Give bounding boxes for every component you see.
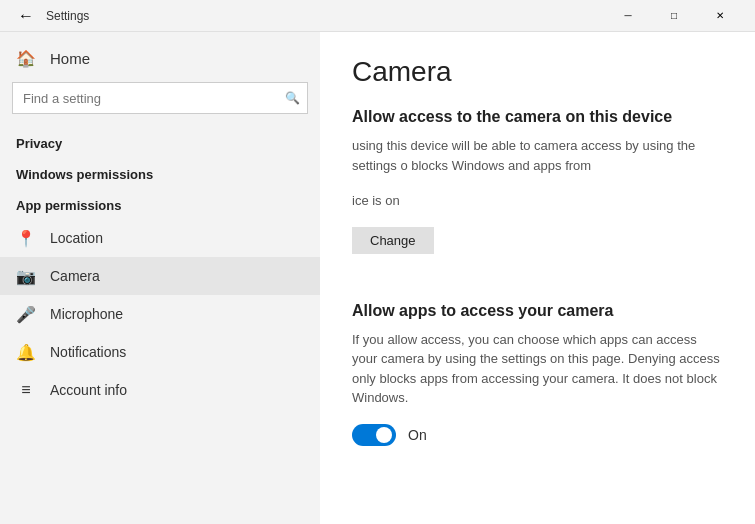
- home-icon: 🏠: [16, 48, 36, 68]
- section2-text: If you allow access, you can choose whic…: [352, 330, 723, 408]
- camera-label: Camera: [50, 268, 100, 284]
- app-permissions-label: App permissions: [0, 188, 320, 219]
- change-button[interactable]: Change: [352, 227, 434, 254]
- apps-toggle-thumb: [376, 427, 392, 443]
- camera-icon: 📷: [16, 266, 36, 286]
- section2: Allow apps to access your camera If you …: [352, 302, 723, 446]
- maximize-button[interactable]: □: [651, 0, 697, 32]
- account-info-icon: ≡: [16, 380, 36, 400]
- section1: Allow access to the camera on this devic…: [352, 108, 723, 282]
- sidebar: 🏠 Home 🔍 Privacy Windows permissions App…: [0, 32, 320, 524]
- location-label: Location: [50, 230, 103, 246]
- content-area: Camera for this device On Camera Allow a…: [320, 32, 755, 524]
- window-controls: ─ □ ✕: [605, 0, 743, 32]
- search-input[interactable]: [12, 82, 308, 114]
- search-container: 🔍: [12, 82, 308, 114]
- apps-toggle-track[interactable]: [352, 424, 396, 446]
- close-button[interactable]: ✕: [697, 0, 743, 32]
- notifications-icon: 🔔: [16, 342, 36, 362]
- account-info-label: Account info: [50, 382, 127, 398]
- microphone-icon: 🎤: [16, 304, 36, 324]
- section1-title: Allow access to the camera on this devic…: [352, 108, 723, 126]
- minimize-button[interactable]: ─: [605, 0, 651, 32]
- sidebar-item-camera[interactable]: 📷 Camera: [0, 257, 320, 295]
- page-title: Camera: [352, 56, 723, 88]
- apps-toggle-label: On: [408, 427, 427, 443]
- section1-text: using this device will be able to camera…: [352, 136, 723, 175]
- back-icon: ←: [18, 7, 34, 25]
- apps-toggle-row: On: [352, 424, 723, 446]
- sidebar-item-microphone[interactable]: 🎤 Microphone: [0, 295, 320, 333]
- notifications-label: Notifications: [50, 344, 126, 360]
- sidebar-item-account-info[interactable]: ≡ Account info: [0, 371, 320, 409]
- microphone-label: Microphone: [50, 306, 123, 322]
- sidebar-item-notifications[interactable]: 🔔 Notifications: [0, 333, 320, 371]
- sidebar-item-location[interactable]: 📍 Location: [0, 219, 320, 257]
- main-layout: 🏠 Home 🔍 Privacy Windows permissions App…: [0, 32, 755, 524]
- sidebar-item-home[interactable]: 🏠 Home: [0, 40, 320, 76]
- back-button[interactable]: ←: [12, 2, 40, 30]
- location-icon: 📍: [16, 228, 36, 248]
- section2-title: Allow apps to access your camera: [352, 302, 723, 320]
- apps-toggle[interactable]: [352, 424, 396, 446]
- device-status-text: ice is on: [352, 191, 723, 211]
- title-bar: ← Settings ─ □ ✕: [0, 0, 755, 32]
- privacy-section-label: Privacy: [0, 126, 320, 157]
- home-label: Home: [50, 50, 90, 67]
- app-title: Settings: [46, 9, 89, 23]
- windows-permissions-label: Windows permissions: [0, 157, 320, 188]
